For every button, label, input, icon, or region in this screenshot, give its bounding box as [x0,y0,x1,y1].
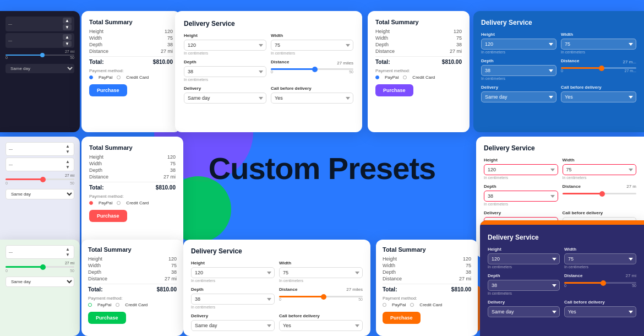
purchase-button-top2[interactable]: Purchase [375,84,413,96]
light-height-down[interactable]: ▼ [64,149,71,154]
green-h-down[interactable]: ▼ [64,252,71,257]
form-depth-dark: Depth 38 In centimeters [488,273,560,295]
form-height-dark: Height 120 In centimeters [488,247,560,269]
width-select-bot[interactable]: 75 [279,267,363,278]
payment-label-bot: Payment method: [88,296,177,301]
card-white-summary-top2: Total Summary Height 120 Width 75 Depth … [368,11,470,132]
delivery-form-bot: Height 120 In centimeters Width 75 In ce… [191,261,363,309]
dark-input-width: — ▲ ▼ [6,33,74,48]
dark-delivery-select[interactable]: Same day [6,64,74,73]
light-input-height: — ▲ ▼ [6,142,74,156]
dark-slider-track [6,55,74,56]
dark-input-height: — ▲ ▼ [6,17,74,31]
dark-slider-thumb[interactable] [40,53,45,57]
purchase-button-mid[interactable]: Purchase [89,210,127,222]
summary-total-bot2: Total: $810.00 [383,286,471,292]
dark-width-down[interactable]: ▼ [63,41,72,47]
radio-paypal-top2[interactable] [375,75,379,79]
payment-options-bot2: PayPal Credit Card [383,302,471,307]
summary-row-height: Height 120 [89,29,173,34]
dark-miles-label: 27 mi [65,50,74,53]
summary-row-distance: Distance 27 mi [89,48,173,54]
depth-select-bot[interactable]: 38 [191,294,275,305]
form-call-blue: Call before delivery Yes [561,85,636,102]
summary-row-depth: Depth 38 [89,42,173,47]
height-select-dark[interactable]: 120 [488,253,560,264]
light-miles: 27 mi [6,174,74,177]
form-depth-blue: Depth 38 In centimeters [481,58,556,80]
call-select-bot[interactable]: Yes [279,320,363,331]
form-distance-blue: Distance 27 m... 0 27 m... [561,58,636,80]
card-white-summary-bot: Total Summary Height 120 Width 75 Depth … [81,240,183,336]
light-width-up[interactable]: ▲ [64,159,71,164]
form-distance-bot: Distance 27 miles 0 50 [279,287,363,309]
summary-row-h-bot2: Height 120 [383,256,471,262]
summary-row-h2: Height 120 [375,29,462,34]
delivery-select-dark[interactable]: Same day [488,306,560,317]
delivery-select-blue[interactable]: Same day [481,91,556,102]
depth-select-blue[interactable]: 38 [481,65,556,76]
radio-credit[interactable] [117,75,121,79]
height-select-bot[interactable]: 120 [191,267,275,278]
summary-total-top: Total: $810.00 [89,59,173,65]
height-select-red[interactable]: 120 [484,164,558,175]
delivery-title-bot: Delivery Service [191,247,363,255]
purchase-button-bot[interactable]: Purchase [88,312,126,324]
width-select-red[interactable]: 75 [563,164,637,175]
radio-paypal-bot2[interactable] [383,303,386,307]
purchase-button-bot2[interactable]: Purchase [383,312,421,324]
dark-height-down[interactable]: ▼ [63,24,72,30]
payment-options: PayPal Credit Card [89,75,173,80]
delivery-select-top[interactable]: Same day [184,93,266,104]
form-width-blue: Width 75 In centimeters [561,32,636,54]
summary-row-w2: Width 75 [375,35,462,41]
summary-row-dist-mid: Distance 27 mi [89,174,176,180]
call-select-blue[interactable]: Yes [561,91,636,102]
green-delivery-select[interactable]: Same day [6,277,74,287]
form-height-bot: Height 120 In centimeters [191,261,275,283]
card-delivery-dark-bot: Delivery Service Height 120 In centimete… [480,220,644,336]
purchase-button-top[interactable]: Purchase [89,84,127,96]
summary-row-width: Width 75 [89,35,173,41]
depth-select-dark[interactable]: 38 [488,280,560,291]
height-select-top[interactable]: 120 [184,40,266,51]
form-width-red: Width 75 In centimeters [563,158,637,180]
green-h-up[interactable]: ▲ [64,247,71,252]
card-delivery-white-bot: Delivery Service Height 120 In centimete… [183,240,370,336]
summary-total-mid: Total: $810.00 [89,185,176,191]
dark-width-up[interactable]: ▲ [63,34,72,40]
depth-select-red[interactable]: 38 [484,191,558,202]
light-width-down[interactable]: ▼ [64,165,71,170]
delivery-title-blue: Delivery Service [481,19,636,26]
radio-paypal-mid[interactable] [89,201,93,205]
form-delivery-blue: Delivery Same day [481,85,556,102]
delivery-title-dark: Delivery Service [488,234,636,241]
radio-credit-bot[interactable] [116,303,119,307]
width-select-blue[interactable]: 75 [561,39,636,50]
light-height-up[interactable]: ▲ [64,144,71,149]
radio-paypal-bot[interactable] [88,303,92,307]
light-input-width: — ▲ ▼ [6,158,74,171]
depth-select-top[interactable]: 38 [184,66,266,77]
height-select-blue[interactable]: 120 [481,39,556,50]
form-distance-red: Distance 27 m [563,184,637,206]
form-depth-top: Depth 38 In centimeters [184,59,266,82]
delivery-title-red: Delivery Service [484,144,636,152]
light-delivery-select[interactable]: Same day [6,189,74,199]
delivery-form-top: Height 120 In centimeters Width 75 In ce… [184,33,353,82]
orange-accent-bar [480,220,644,225]
dark-height-up[interactable]: ▲ [63,18,72,24]
call-select-dark[interactable]: Yes [564,306,636,317]
radio-paypal[interactable] [89,75,93,79]
radio-credit-bot2[interactable] [410,303,414,307]
summary-row-d-bot2: Depth 38 [383,269,471,275]
call-select-top[interactable]: Yes [271,93,353,104]
width-select-dark[interactable]: 75 [564,253,636,264]
form-height-red: Height 120 In centimeters [484,158,558,180]
delivery-select-bot[interactable]: Same day [191,320,275,331]
radio-credit-top2[interactable] [403,75,407,79]
radio-credit-mid[interactable] [117,201,121,205]
summary-title-top: Total Summary [89,19,173,25]
summary-row-dist2: Distance 27 mi [375,48,462,54]
width-select-top[interactable]: 75 [271,40,353,51]
